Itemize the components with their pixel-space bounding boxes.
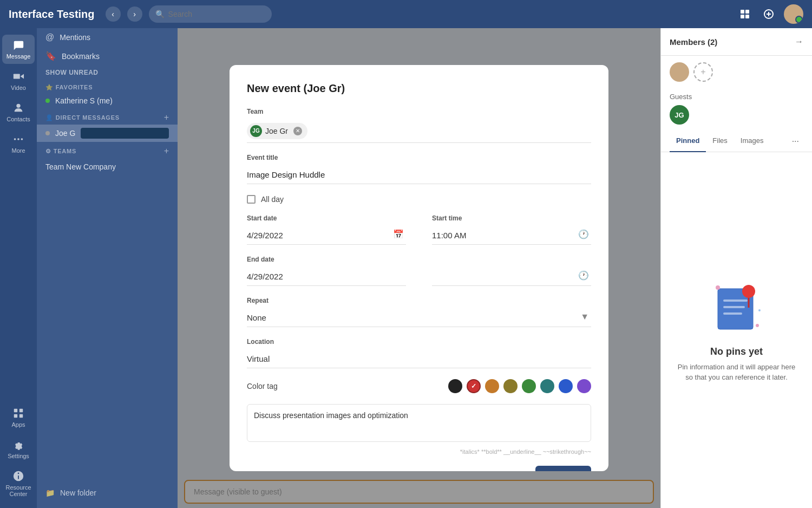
svg-rect-1 <box>745 10 749 14</box>
check-icon: ✓ <box>471 382 476 390</box>
mentions-icon: @ <box>45 32 54 42</box>
svg-rect-14 <box>19 409 23 412</box>
nav-back-button[interactable]: ‹ <box>106 6 121 22</box>
teams-label: ⚙ TEAMS <box>45 148 76 155</box>
color-swatch-green[interactable] <box>522 379 536 393</box>
end-time-field: 🕐 <box>432 263 591 286</box>
svg-rect-16 <box>19 414 23 418</box>
sidebar-item-settings[interactable]: Settings <box>2 434 35 464</box>
no-pins-title: No pins yet <box>710 346 763 357</box>
nav-forward-button[interactable]: › <box>127 6 142 22</box>
no-pins-desc: Pin information and it will appear here … <box>674 362 799 383</box>
description-input[interactable]: Discuss presentation images and optimiza… <box>254 411 584 433</box>
team-tag-remove-button[interactable]: ✕ <box>293 127 302 135</box>
team-tag: JG Joe Gr ✕ <box>247 123 307 139</box>
event-title-label: Event title <box>247 154 591 161</box>
color-swatch-orange[interactable] <box>485 379 499 393</box>
bookmarks-item[interactable]: 🔖 Bookmarks <box>37 47 178 66</box>
show-unread-label[interactable]: SHOW UNREAD <box>37 66 178 80</box>
add-dm-button[interactable]: + <box>164 113 169 122</box>
left-sidebar: Message Video Contacts More Apps Setting… <box>0 28 37 508</box>
svg-rect-20 <box>723 299 748 302</box>
user-avatar[interactable] <box>784 4 803 24</box>
start-time-input[interactable] <box>432 226 591 245</box>
add-button[interactable] <box>760 5 777 23</box>
color-swatch-blue[interactable] <box>559 379 573 393</box>
tab-pinned[interactable]: Pinned <box>670 131 706 152</box>
favorites-label: ⭐ FAVORITES <box>45 84 93 91</box>
close-panel-button[interactable]: → <box>795 37 803 47</box>
teams-section-header: ⚙ TEAMS + <box>37 142 178 158</box>
svg-rect-0 <box>741 10 744 14</box>
color-tag-label: Color tag <box>247 382 444 390</box>
svg-rect-3 <box>745 15 749 18</box>
start-date-time-row: Start date 📅 Start time 🕐 <box>247 214 591 245</box>
header-actions <box>736 4 803 24</box>
sidebar-item-apps[interactable]: Apps <box>2 403 35 432</box>
svg-point-27 <box>758 309 761 311</box>
more-tabs-button[interactable]: ··· <box>788 131 803 152</box>
start-date-input[interactable] <box>247 226 406 245</box>
add-team-button[interactable]: + <box>164 146 169 156</box>
svg-point-10 <box>14 138 16 140</box>
team-field: JG Joe Gr ✕ <box>247 120 591 143</box>
sidebar-item-more[interactable]: More <box>2 129 35 158</box>
app-title: Interface Testing <box>9 8 95 21</box>
svg-point-26 <box>756 324 759 327</box>
event-title-input[interactable] <box>247 166 591 184</box>
end-date-label: End date <box>247 256 406 263</box>
end-date-input[interactable] <box>247 268 406 286</box>
right-panel-header: Members (2) → <box>661 28 812 56</box>
event-title-form-group: Event title <box>247 154 591 184</box>
channel-panel: @ Mentions 🔖 Bookmarks SHOW UNREAD ⭐ FAV… <box>37 28 178 508</box>
all-day-row: All day <box>247 195 591 204</box>
sidebar-item-resource-center[interactable]: Resource Center <box>2 466 35 502</box>
cancel-button[interactable]: Cancel <box>482 466 529 471</box>
mentions-item[interactable]: @ Mentions <box>37 28 178 47</box>
end-date-field: End date <box>247 256 406 286</box>
color-swatch-purple[interactable] <box>577 379 591 393</box>
dm-katherine[interactable]: Katherine S (me) <box>37 93 178 108</box>
grid-icon-button[interactable] <box>736 5 754 23</box>
sidebar-item-contacts[interactable]: Contacts <box>2 97 35 127</box>
main-content: Message (visible to guest) New event (Jo… <box>178 28 660 508</box>
start-date-label: Start date <box>247 214 406 222</box>
online-status-dot <box>45 99 50 103</box>
tab-files[interactable]: Files <box>706 131 734 152</box>
tabs-row: Pinned Files Images ··· <box>661 131 812 152</box>
new-folder-item[interactable]: 📁 New folder <box>45 484 169 502</box>
members-section: + <box>661 56 812 88</box>
color-swatch-olive[interactable] <box>503 379 518 393</box>
tab-images[interactable]: Images <box>734 131 770 152</box>
location-input[interactable] <box>247 350 591 368</box>
svg-rect-7 <box>14 74 20 79</box>
all-day-checkbox[interactable] <box>247 195 256 204</box>
svg-point-12 <box>21 138 23 140</box>
pin-illustration <box>710 278 764 337</box>
location-label: Location <box>247 338 591 346</box>
main-layout: Message Video Contacts More Apps Setting… <box>0 28 812 508</box>
new-event-modal: New event (Joe Gr) Team JG Joe Gr ✕ <box>230 65 608 471</box>
end-time-input[interactable] <box>432 268 591 286</box>
svg-point-23 <box>742 285 755 298</box>
team-new-company[interactable]: Team New Company <box>37 158 178 175</box>
add-member-button[interactable]: + <box>693 62 713 82</box>
sidebar-item-message[interactable]: Message <box>2 35 35 64</box>
svg-rect-15 <box>14 414 17 418</box>
member-avatar-1 <box>670 62 689 82</box>
dm-section-header: 👤 DIRECT MESSAGES + <box>37 108 178 125</box>
create-button[interactable]: Create <box>535 466 591 471</box>
repeat-select-wrapper: None Daily Weekly Monthly ▼ <box>247 309 591 327</box>
svg-point-9 <box>16 104 20 108</box>
color-swatch-red[interactable]: ✓ <box>467 379 481 393</box>
svg-rect-21 <box>723 306 745 308</box>
start-time-label: Start time <box>432 214 591 222</box>
search-input[interactable] <box>149 5 272 23</box>
color-swatch-black[interactable] <box>448 379 462 393</box>
no-pins-content: No pins yet Pin information and it will … <box>661 152 812 508</box>
bookmarks-icon: 🔖 <box>45 51 56 61</box>
repeat-select[interactable]: None Daily Weekly Monthly <box>247 309 591 327</box>
color-swatch-teal[interactable] <box>540 379 554 393</box>
sidebar-item-video[interactable]: Video <box>2 66 35 95</box>
dm-joe[interactable]: Joe G <box>37 125 178 142</box>
